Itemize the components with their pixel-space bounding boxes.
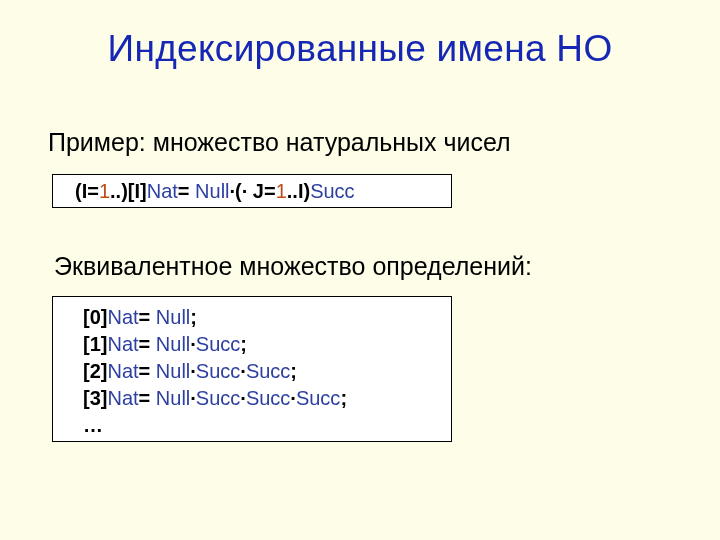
row-nat: Nat <box>107 333 138 355</box>
definition-box-1: (I=1..)[I]Nat= Null·(· J=1..I)Succ <box>52 174 452 208</box>
definition-line: (I=1..)[I]Nat= Null·(· J=1..I)Succ <box>57 179 447 204</box>
row-eq: = <box>139 360 156 382</box>
def1-mid1: ..)[I] <box>110 180 147 202</box>
row-index: [2] <box>83 360 107 382</box>
row-succ: Succ <box>196 333 240 355</box>
def1-succ: Succ <box>310 180 354 202</box>
def1-null: Null <box>195 180 229 202</box>
row-ellipsis: … <box>83 413 447 438</box>
page-title: Индексированные имена НО <box>0 0 720 70</box>
row-null: Null <box>156 333 190 355</box>
row-index: [3] <box>83 387 107 409</box>
row-eq: = <box>139 333 156 355</box>
definition-row: [1]Nat= Null·Succ; <box>83 332 447 357</box>
def1-eq: = <box>178 180 195 202</box>
row-semicolon: ; <box>340 387 347 409</box>
row-null: Null <box>156 306 190 328</box>
def1-nat: Nat <box>147 180 178 202</box>
definition-row: [0]Nat= Null; <box>83 305 447 330</box>
definition-box-2: [0]Nat= Null;[1]Nat= Null·Succ;[2]Nat= N… <box>52 296 452 442</box>
row-succ: Succ <box>196 387 240 409</box>
row-eq: = <box>139 387 156 409</box>
row-index: [1] <box>83 333 107 355</box>
row-succ: Succ <box>246 387 290 409</box>
def1-mid3: ..I) <box>287 180 310 202</box>
row-null: Null <box>156 360 190 382</box>
definition-row: [2]Nat= Null·Succ·Succ; <box>83 359 447 384</box>
row-null: Null <box>156 387 190 409</box>
def1-mid2: ·(· J= <box>230 180 276 202</box>
def1-one2: 1 <box>276 180 287 202</box>
example-label: Пример: множество натуральных чисел <box>48 128 511 157</box>
row-semicolon: ; <box>190 306 197 328</box>
equivalent-label: Эквивалентное множество определений: <box>54 252 532 281</box>
row-succ: Succ <box>296 387 340 409</box>
row-nat: Nat <box>107 360 138 382</box>
row-eq: = <box>139 306 156 328</box>
row-index: [0] <box>83 306 107 328</box>
def1-one: 1 <box>99 180 110 202</box>
definition-rows: [0]Nat= Null;[1]Nat= Null·Succ;[2]Nat= N… <box>57 305 447 438</box>
row-nat: Nat <box>107 387 138 409</box>
row-semicolon: ; <box>240 333 247 355</box>
def1-open: (I= <box>75 180 99 202</box>
row-nat: Nat <box>107 306 138 328</box>
row-succ: Succ <box>246 360 290 382</box>
row-semicolon: ; <box>290 360 297 382</box>
definition-row: [3]Nat= Null·Succ·Succ·Succ; <box>83 386 447 411</box>
row-succ: Succ <box>196 360 240 382</box>
